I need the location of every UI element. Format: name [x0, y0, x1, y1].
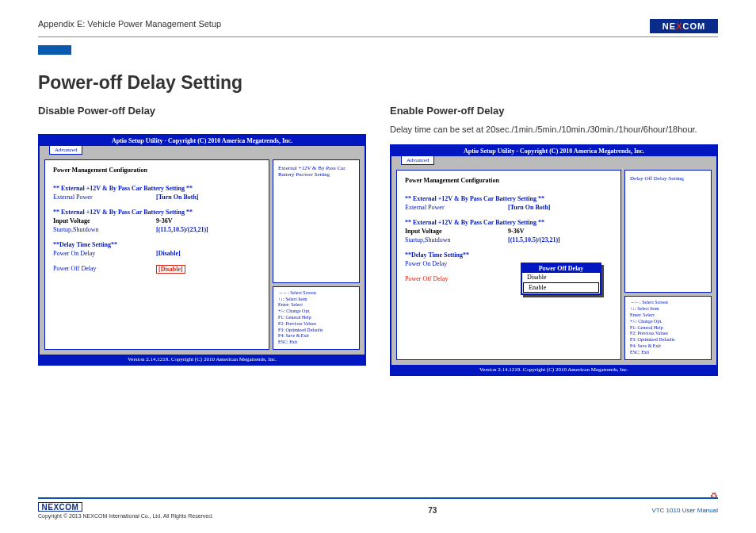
bios-tab-advanced[interactable]: Advanced: [49, 146, 82, 155]
bios-help: →←: Select Screen ↑↓: Select Item Enter:…: [273, 286, 360, 350]
startup-val: [(11.5,10.5)/(23,21)]: [156, 226, 208, 233]
cfg-sec3-r: **Delay Time Setting**: [405, 251, 613, 259]
cfg-heading-r: Power Management Configuration: [405, 177, 613, 184]
power-off-delay-label: Power Off Delay: [53, 265, 156, 274]
startup-label: Startup,Shutdown: [53, 226, 156, 233]
cfg-sec1: ** External +12V & By Pass Car Battery S…: [53, 185, 261, 192]
bios-main-r: Power Management Configuration ** Extern…: [396, 170, 621, 360]
input-voltage-label: Input Voltage: [53, 217, 156, 224]
power-on-delay-label-r: Power On Delay: [405, 260, 508, 267]
left-column: Disable Power-off Delay Aptio Setup Util…: [38, 105, 366, 376]
cfg-sec2: ** External +12V & By Pass Car Battery S…: [53, 209, 261, 216]
bios-body: Power Management Configuration ** Extern…: [44, 159, 360, 350]
page-footer: NEXCOM Copyright © 2013 NEXCOM Internati…: [38, 497, 718, 519]
cfg-sec2-r: ** External +12V & By Pass Car Battery S…: [405, 219, 613, 226]
page-title: Power-off Delay Setting: [38, 72, 718, 94]
bios-footer-r: Version 2.14.1219. Copyright (C) 2010 Am…: [391, 365, 716, 374]
enable-desc: Delay time can be set at 20sec./1min./5m…: [390, 123, 718, 136]
bios-side: External +12V & By Pass Car Battery Pnow…: [273, 159, 360, 350]
bios-help-r: →←: Select Screen ↑↓: Select Item Enter:…: [624, 296, 712, 359]
power-on-delay-val: [Disable]: [156, 250, 181, 257]
bios-header-r: Aptio Setup Utility - Copyright (C) 2010…: [391, 146, 716, 156]
input-voltage-row-r: Input Voltage 9-36V: [405, 228, 613, 235]
footer-logo: NEXCOM: [38, 502, 82, 512]
input-voltage-label-r: Input Voltage: [405, 228, 508, 235]
nexcom-logo: NEXCOM: [650, 19, 718, 33]
external-power-row[interactable]: External Power [Turn On Both]: [53, 194, 261, 201]
power-off-delay-row[interactable]: Power Off Delay [Disable]: [53, 265, 261, 274]
page-header: Appendix E: Vehicle Power Management Set…: [38, 19, 718, 37]
cfg-sec3: **Delay Time Setting**: [53, 241, 261, 248]
footer-copyright: Copyright © 2013 NEXCOM International Co…: [38, 513, 213, 519]
popup-opt-enable[interactable]: Enable: [523, 282, 599, 293]
enable-subtitle: Enable Power-off Delay: [390, 105, 718, 117]
popup-title: Power Off Delay: [522, 264, 600, 273]
disable-subtitle: Disable Power-off Delay: [38, 105, 366, 117]
external-power-row-r[interactable]: External Power [Turn On Both]: [405, 204, 613, 211]
bios-tabs-r: Advanced: [391, 156, 716, 165]
external-power-val: [Turn On Both]: [156, 194, 199, 201]
external-power-label-r: External Power: [405, 204, 508, 211]
input-voltage-row: Input Voltage 9-36V: [53, 217, 261, 224]
startup-val-r: [(11.5,10.5)/(23,21)]: [508, 236, 560, 243]
bios-info-right: Delay Off Delay Setting: [624, 170, 712, 293]
startup-label-r: Startup,Shutdown: [405, 236, 508, 243]
bios-header: Aptio Setup Utility - Copyright (C) 2010…: [40, 136, 365, 146]
footer-left: NEXCOM Copyright © 2013 NEXCOM Internati…: [38, 502, 213, 519]
bios-side-r: Delay Off Delay Setting →←: Select Scree…: [624, 170, 712, 360]
power-off-delay-popup[interactable]: Power Off Delay Disable Enable: [521, 263, 601, 295]
bios-main: Power Management Configuration ** Extern…: [44, 159, 269, 350]
bios-tab-advanced-r[interactable]: Advanced: [401, 156, 434, 165]
power-on-delay-row[interactable]: Power On Delay [Disable]: [53, 250, 261, 257]
cfg-sec1-r: ** External +12V & By Pass Car Battery S…: [405, 195, 613, 202]
bios-panel-right: Aptio Setup Utility - Copyright (C) 2010…: [390, 144, 718, 376]
power-off-delay-val-selected: [Disable]: [156, 265, 185, 274]
cfg-heading: Power Management Configuration: [53, 167, 261, 174]
bios-info-left: External +12V & By Pass Car Battery Pnow…: [273, 159, 360, 283]
right-column: Enable Power-off Delay Delay time can be…: [390, 105, 718, 376]
page-number: 73: [428, 506, 437, 515]
bios-footer: Version 2.14.1219. Copyright (C) 2010 Am…: [40, 355, 365, 364]
tab-marker: [38, 44, 718, 58]
external-power-label: External Power: [53, 194, 156, 201]
bios-tabs: Advanced: [40, 146, 365, 155]
bios-panel-left: Aptio Setup Utility - Copyright (C) 2010…: [38, 134, 366, 366]
startup-row-r[interactable]: Startup,Shutdown [(11.5,10.5)/(23,21)]: [405, 236, 613, 243]
footer-manual: VTC 1010 User Manual: [651, 507, 718, 514]
bios-body-r: Power Management Configuration ** Extern…: [396, 170, 712, 360]
input-voltage-val-r: 9-36V: [508, 228, 524, 235]
columns: Disable Power-off Delay Aptio Setup Util…: [38, 105, 718, 376]
input-voltage-val: 9-36V: [156, 217, 172, 224]
power-off-delay-label-r: Power Off Delay: [405, 275, 508, 282]
startup-row[interactable]: Startup,Shutdown [(11.5,10.5)/(23,21)]: [53, 226, 261, 233]
external-power-val-r: [Turn On Both]: [508, 204, 551, 211]
appendix-title: Appendix E: Vehicle Power Management Set…: [38, 19, 221, 29]
power-on-delay-label: Power On Delay: [53, 250, 156, 257]
popup-opt-disable[interactable]: Disable: [522, 273, 600, 282]
